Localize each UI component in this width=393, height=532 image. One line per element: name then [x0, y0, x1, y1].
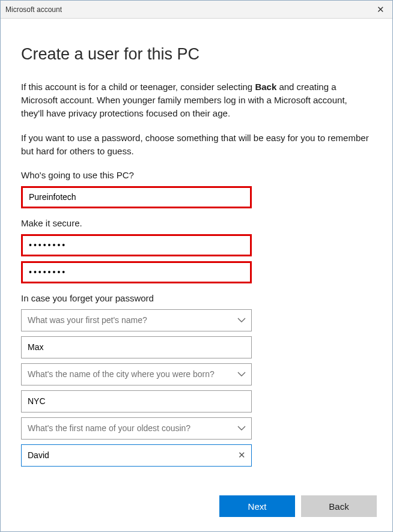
username-label: Who's going to use this PC?: [21, 170, 372, 180]
confirm-password-input[interactable]: [21, 261, 252, 283]
security-question-3-text[interactable]: [21, 417, 252, 440]
security-question-2-select[interactable]: [21, 363, 252, 385]
content-area: Create a user for this PC If this accoun…: [1, 19, 392, 531]
security-questions-label: In case you forget your password: [21, 293, 372, 303]
intro-paragraph: If this account is for a child or teenag…: [21, 80, 372, 119]
page-heading: Create a user for this PC: [21, 45, 372, 64]
back-button[interactable]: Back: [301, 495, 377, 517]
password-label: Make it secure.: [21, 218, 372, 228]
footer-buttons: Next Back: [219, 495, 377, 517]
username-input[interactable]: [21, 186, 252, 208]
security-question-1-text[interactable]: [21, 309, 252, 331]
security-question-2-text[interactable]: [21, 363, 252, 385]
window-title: Microsoft account: [5, 5, 373, 14]
close-icon[interactable]: ✕: [373, 1, 388, 18]
intro-text-bold: Back: [255, 82, 276, 92]
titlebar: Microsoft account ✕: [1, 1, 392, 19]
security-question-3-select[interactable]: [21, 417, 252, 440]
password-input[interactable]: [21, 234, 252, 256]
clear-input-icon[interactable]: ✕: [238, 450, 246, 461]
security-answer-1-input[interactable]: [21, 336, 252, 358]
password-guidance: If you want to use a password, choose so…: [21, 131, 372, 158]
security-answer-2-input[interactable]: [21, 390, 252, 413]
next-button[interactable]: Next: [219, 495, 295, 517]
security-question-1-select[interactable]: [21, 309, 252, 331]
intro-text-pre: If this account is for a child or teenag…: [21, 82, 255, 92]
security-answer-3-input[interactable]: [21, 444, 252, 467]
dialog-window: Microsoft account ✕ Create a user for th…: [0, 0, 393, 532]
